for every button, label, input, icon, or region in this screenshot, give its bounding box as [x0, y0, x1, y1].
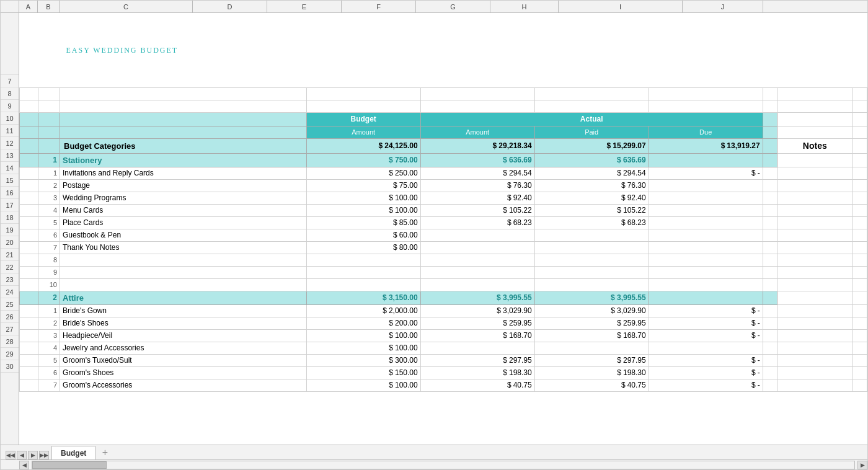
col-header-h: H: [490, 1, 559, 12]
item-row-grooms-accessories: 7 Groom's Accessories $100.00 $40.75 $40…: [20, 379, 867, 391]
add-tab-button[interactable]: +: [98, 446, 112, 459]
row-num-17: 17: [1, 199, 19, 211]
notes-header: Notes: [777, 138, 852, 153]
empty-cell: [20, 13, 38, 25]
item-row-jewelry: 4 Jewelry and Accessories $100.00: [20, 342, 867, 354]
row-numbers: 7 8 9 10 11 12 13 14 15 16 17 18 19 20 2…: [1, 13, 19, 445]
budget-header: Budget: [306, 112, 420, 126]
budget-tab[interactable]: Budget: [51, 446, 95, 459]
col-header-f: F: [342, 1, 416, 12]
row-num-28: 28: [1, 335, 19, 348]
row-num-25: 25: [1, 298, 19, 311]
empty-row-8: [20, 100, 867, 112]
item-row-grooms-shoes: 6 Groom's Shoes $150.00 $198.30 $198.30 …: [20, 366, 867, 379]
empty-item-8: 8: [20, 254, 867, 266]
empty-item-9: 9: [20, 266, 867, 278]
col-header-j: J: [683, 1, 763, 12]
empty-row-7: [20, 87, 867, 100]
tab-scroll-right2[interactable]: ▶▶: [39, 451, 49, 459]
hscroll-left-button[interactable]: ◀: [19, 461, 29, 469]
col-header-c: C: [60, 1, 193, 12]
col-header-e: E: [267, 1, 342, 12]
item-row-programs: 3 Wedding Programs $100.00 $92.40 $92.40: [20, 192, 867, 204]
app-window: A B C D E F G H I J 7 8 9 10 11 12 13 14…: [0, 0, 868, 470]
col-header-a: A: [19, 1, 38, 12]
row-num-22: 22: [1, 261, 19, 273]
tab-scroll-left[interactable]: ◀◀: [6, 451, 16, 459]
row-num-12: 12: [1, 137, 19, 149]
row-num-11: 11: [1, 125, 19, 137]
due-total-amount: 13,919.27: [727, 141, 760, 150]
paid-total-dollar: $: [607, 141, 613, 150]
sheet-content: EASY WEDDING BUDGET: [19, 13, 867, 445]
paid-total-amount: 15,299.07: [613, 141, 645, 150]
item-row-place-cards: 5 Place Cards $85.00 $68.23 $68.23: [20, 216, 867, 229]
category-row-stationery: 1 Stationery $ 750.00 $ 636.69 $ 636.69: [20, 153, 867, 167]
item-row-brides-gown: 1 Bride's Gown $2,000.00 $3,029.90 $3,02…: [20, 304, 867, 317]
item-row-postage: 2 Postage $75.00 $76.30 $76.30: [20, 179, 867, 192]
item-row-invitations: 1 Invitations and Reply Cards $250.00 $2…: [20, 167, 867, 179]
row-num-18: 18: [1, 211, 19, 224]
categories-header: Budget Categories: [60, 138, 307, 153]
main-area: 7 8 9 10 11 12 13 14 15 16 17 18 19 20 2…: [1, 13, 867, 445]
budget-total-dollar: $: [379, 141, 385, 150]
empty-item-10: 10: [20, 278, 867, 291]
column-headers: A B C D E F G H I J: [1, 1, 867, 13]
row-num-15: 15: [1, 174, 19, 187]
col-header-d: D: [193, 1, 267, 12]
row-num-9: 9: [1, 100, 19, 112]
header-row-9: Budget Actual: [20, 112, 867, 126]
row-num-26: 26: [1, 311, 19, 323]
spreadsheet-title: EASY WEDDING BUDGET: [60, 13, 867, 87]
row-num-title: [1, 13, 19, 75]
item-row-tuxedo: 5 Groom's Tuxedo/Suit $300.00 $297.95 $2…: [20, 354, 867, 366]
due-total-dollar: $: [721, 141, 727, 150]
row-num-29: 29: [1, 348, 19, 360]
row-num-21: 21: [1, 249, 19, 261]
budget-total-amount: 24,125.00: [384, 141, 417, 150]
item-row-guestbook: 6 Guestbook & Pen $60.00: [20, 229, 867, 241]
row-num-8: 8: [1, 87, 19, 100]
item-row-brides-shoes: 2 Bride's Shoes $200.00 $259.95 $259.95 …: [20, 317, 867, 329]
actual-amount-header: Amount: [420, 126, 534, 138]
category-row-attire: 2 Attire $ 3,150.00 $ 3,995.55 $ 3,995.5…: [20, 291, 867, 304]
row-num-13: 13: [1, 149, 19, 162]
tab-bar: ◀◀ ◀ ▶ ▶▶ Budget +: [1, 445, 867, 459]
row-num-14: 14: [1, 162, 19, 174]
empty-cell: [38, 13, 60, 25]
header-row-10: Amount Amount Paid Due: [20, 126, 867, 138]
row-num-19: 19: [1, 224, 19, 236]
title-row: EASY WEDDING BUDGET: [20, 13, 867, 25]
spreadsheet-grid: EASY WEDDING BUDGET: [19, 13, 867, 392]
attire-name: Attire: [60, 291, 307, 304]
row-num-spacer: [1, 1, 19, 12]
actual-header: Actual: [420, 112, 763, 126]
col-header-b: B: [38, 1, 60, 12]
budget-amount-header: Amount: [306, 126, 420, 138]
col-header-g: G: [416, 1, 490, 12]
hscroll-track[interactable]: [32, 461, 855, 469]
row-num-7: 7: [1, 75, 19, 87]
tab-scroll-nav: ◀◀ ◀ ▶ ▶▶: [3, 451, 51, 459]
row-num-23: 23: [1, 273, 19, 286]
row-num-27: 27: [1, 323, 19, 335]
tab-scroll-left2[interactable]: ◀: [17, 451, 27, 459]
hscroll-thumb[interactable]: [32, 461, 107, 469]
paid-header: Paid: [534, 126, 649, 138]
stationery-name: Stationery: [60, 153, 307, 167]
row-num-16: 16: [1, 187, 19, 199]
tab-scroll-right[interactable]: ▶: [28, 451, 38, 459]
stationery-num: 1: [38, 153, 60, 167]
invitations-name: Invitations and Reply Cards: [60, 167, 307, 179]
item-row-menu-cards: 4 Menu Cards $100.00 $105.22 $105.22: [20, 204, 867, 216]
actual-total-amount: 29,218.34: [498, 141, 531, 150]
col-header-i: I: [559, 1, 683, 12]
actual-total-dollar: $: [493, 141, 499, 150]
due-header: Due: [649, 126, 763, 138]
hscroll-right-button[interactable]: ▶: [857, 461, 867, 469]
item-row-headpiece: 3 Headpiece/Veil $100.00 $168.70 $168.70…: [20, 329, 867, 342]
row-num-10: 10: [1, 112, 19, 125]
header-row-11: Budget Categories $24,125.00 $29,218.34 …: [20, 138, 867, 153]
row-num-24: 24: [1, 286, 19, 298]
row-num-30: 30: [1, 360, 19, 373]
